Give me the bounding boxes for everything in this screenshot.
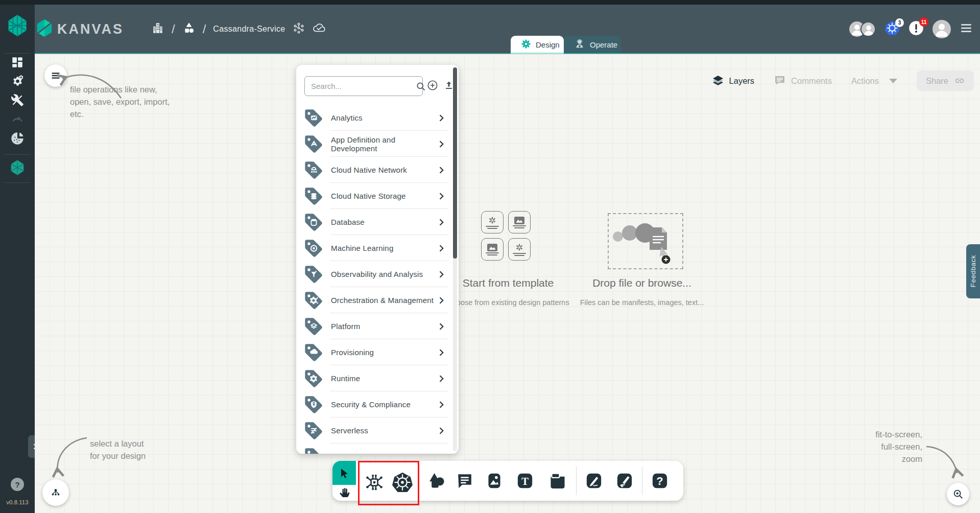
file-dropzone[interactable]	[608, 213, 683, 269]
doodle-tool[interactable]	[615, 471, 634, 491]
category-row-database[interactable]: Database	[296, 209, 451, 235]
left-sidebar: ? v0.8.113	[0, 5, 35, 513]
category-tag-icon	[303, 264, 324, 285]
category-row-cloud-native-storage[interactable]: Cloud Native Storage	[296, 183, 451, 209]
kubernetes-tool[interactable]	[392, 472, 413, 495]
start-from-template-title[interactable]: Start from template	[444, 277, 572, 289]
chevron-right-icon	[436, 347, 446, 358]
category-row-runtime[interactable]: Runtime	[296, 365, 451, 391]
notifications-button[interactable]: 11	[909, 20, 924, 38]
sidebar-item-extensions[interactable]	[0, 131, 35, 146]
pan-tool[interactable]	[337, 486, 352, 500]
sidebar-divider	[4, 182, 31, 183]
category-row-provisioning[interactable]: Provisioning	[296, 339, 451, 365]
category-row-platform[interactable]: Platform	[296, 313, 451, 339]
layout-graph-icon	[50, 487, 61, 498]
category-tag-icon	[303, 316, 324, 337]
category-tag-icon	[303, 186, 324, 206]
image-tool[interactable]	[485, 471, 504, 491]
kanvas-logo[interactable]: KANVAS	[36, 5, 124, 54]
app-header: KANVAS / / Cassandra-Ser	[35, 5, 980, 54]
annotation-zoom: fit-to-screen, full-screen, zoom	[829, 428, 922, 465]
actions-label: Actions	[851, 76, 879, 86]
canvas-menu-button[interactable]	[44, 64, 67, 87]
note-tool[interactable]	[548, 471, 567, 491]
chevron-right-icon	[436, 191, 446, 201]
text-tool[interactable]: T	[515, 471, 535, 491]
select-tool[interactable]	[332, 461, 356, 485]
designs-icon[interactable]	[182, 21, 196, 37]
category-row-analytics[interactable]: Analytics	[296, 105, 451, 131]
search-input[interactable]	[305, 82, 416, 90]
meshery-logo-icon[interactable]	[0, 14, 35, 37]
kanvas-hexagon-icon	[36, 18, 53, 40]
chevron-right-icon	[436, 374, 446, 384]
breadcrumb: / / Cassandra-Service	[151, 5, 326, 54]
app-version: v0.8.113	[0, 499, 35, 505]
header-right-cluster: 3 11	[849, 5, 973, 54]
add-component-icon[interactable]	[427, 80, 438, 93]
category-label: Provisioning	[324, 348, 436, 357]
chevron-right-icon	[436, 165, 446, 175]
category-tag-icon	[303, 342, 324, 363]
sidebar-divider	[4, 53, 31, 54]
component-shapes-tool[interactable]	[364, 472, 385, 495]
shapes-tool[interactable]	[427, 471, 447, 491]
cloud-sync-status-icon[interactable]	[312, 22, 326, 36]
category-label: Cloud Native Storage	[324, 192, 436, 200]
category-row-cloud-native-network[interactable]: Cloud Native Network	[296, 157, 451, 183]
category-label: Cloud Native Network	[324, 166, 436, 174]
category-row-security[interactable]: Security & Compliance	[296, 391, 451, 417]
organization-icon[interactable]	[151, 21, 164, 37]
link-icon	[954, 76, 965, 86]
tab-design[interactable]: Design	[511, 36, 564, 54]
actions-dropdown[interactable]: Actions	[851, 76, 897, 86]
sidebar-item-configuration[interactable]	[0, 94, 35, 107]
sidebar-item-dashboard[interactable]	[0, 56, 35, 69]
sidebar-item-kanvas[interactable]	[0, 159, 35, 176]
category-tag-icon	[303, 447, 324, 454]
category-row-partial[interactable]	[296, 444, 451, 454]
feedback-label: Feedback	[969, 255, 977, 287]
layers-button[interactable]: Layers	[712, 75, 755, 87]
swirl-icon	[488, 216, 497, 225]
category-tag-icon	[303, 290, 324, 311]
import-upload-icon[interactable]	[444, 80, 454, 92]
tab-operate[interactable]: Operate	[564, 36, 621, 54]
category-label: App Definition and Development	[324, 135, 436, 153]
breadcrumb-separator: /	[203, 22, 206, 36]
mesh-sync-icon[interactable]	[293, 22, 305, 36]
comments-button[interactable]: Comments	[774, 75, 832, 87]
help-button[interactable]: ?	[11, 478, 24, 491]
kubernetes-count-badge: 3	[895, 18, 904, 27]
start-from-template-thumbnails[interactable]	[481, 211, 531, 261]
category-row-machine-learning[interactable]: Machine Learning	[296, 235, 451, 261]
dropzone-title[interactable]: Drop file or browse...	[578, 277, 706, 289]
category-row-app-definition[interactable]: App Definition and Development	[296, 131, 451, 157]
category-row-serverless[interactable]: Serverless	[296, 417, 451, 444]
comment-tool[interactable]	[455, 471, 474, 491]
sidebar-item-lifecycle[interactable]	[0, 75, 35, 89]
sidebar-item-performance[interactable]	[0, 112, 35, 125]
share-button[interactable]: Share	[917, 71, 974, 91]
palette-search-box	[304, 76, 423, 96]
palette-scrollbar-thumb[interactable]	[453, 67, 457, 259]
toolbar-divider	[642, 467, 642, 495]
header-menu-button[interactable]	[960, 21, 973, 37]
kubernetes-context-button[interactable]: 3	[885, 20, 900, 38]
feedback-tab[interactable]: Feedback	[966, 244, 980, 298]
collaborator-avatars[interactable]	[849, 21, 876, 37]
design-name[interactable]: Cassandra-Service	[213, 25, 285, 34]
help-tool[interactable]: ?	[650, 471, 670, 491]
layers-icon	[712, 75, 724, 87]
template-card	[481, 238, 504, 261]
pen-tool[interactable]	[584, 471, 604, 491]
category-row-orchestration[interactable]: Orchestration & Management	[296, 287, 451, 313]
layout-selector-button[interactable]	[42, 479, 69, 506]
app-title: KANVAS	[57, 21, 124, 37]
category-row-observability[interactable]: Observability and Analysis	[296, 261, 451, 287]
annotation-layout: select a layout for your design	[90, 437, 146, 462]
user-avatar[interactable]	[933, 20, 951, 38]
category-tag-icon	[303, 160, 324, 180]
zoom-button[interactable]	[947, 483, 969, 505]
